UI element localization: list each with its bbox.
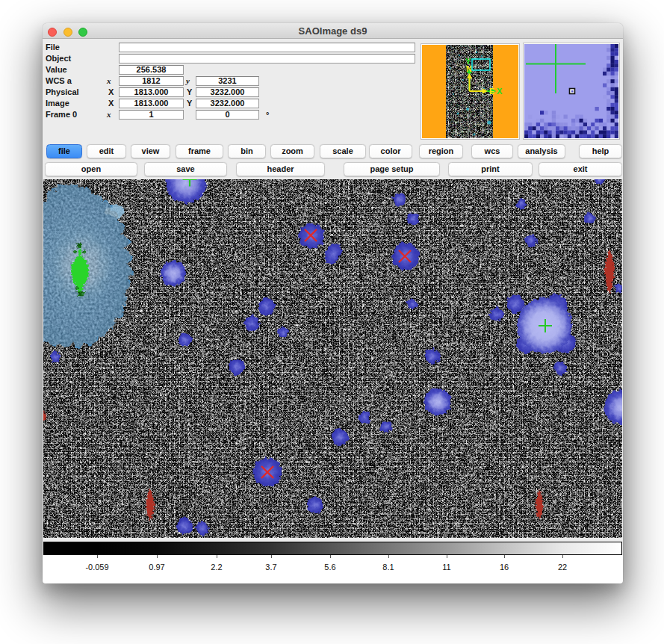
- svg-text:X: X: [497, 87, 503, 96]
- svg-text:N: N: [466, 64, 472, 73]
- svg-text:E: E: [489, 87, 494, 96]
